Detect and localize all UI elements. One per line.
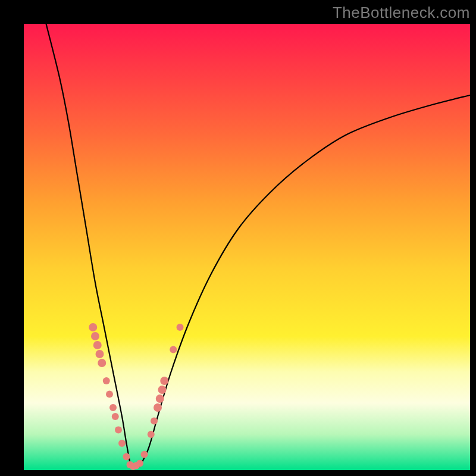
data-point — [148, 431, 155, 438]
data-point — [118, 440, 126, 447]
data-point — [170, 346, 177, 353]
data-point — [160, 377, 168, 385]
data-point — [106, 391, 113, 398]
data-point — [96, 350, 104, 358]
data-point — [115, 427, 122, 434]
data-point — [136, 460, 143, 467]
data-point — [91, 332, 99, 340]
plot-area — [24, 24, 470, 470]
data-point — [98, 359, 106, 367]
curve-markers — [89, 323, 183, 470]
data-point — [177, 324, 184, 331]
data-point — [112, 413, 119, 420]
data-point — [123, 453, 130, 461]
data-point — [141, 451, 148, 458]
data-point — [156, 394, 164, 403]
data-point — [93, 341, 102, 349]
data-point — [109, 404, 117, 411]
data-point — [158, 386, 167, 394]
bottleneck-curve — [46, 24, 471, 468]
watermark-text: TheBottleneck.com — [333, 4, 470, 22]
data-point — [151, 418, 158, 425]
data-point — [89, 323, 97, 331]
data-point — [154, 403, 162, 412]
curve-svg — [24, 24, 470, 470]
chart-frame: TheBottleneck.com — [0, 0, 476, 476]
data-point — [103, 377, 110, 384]
